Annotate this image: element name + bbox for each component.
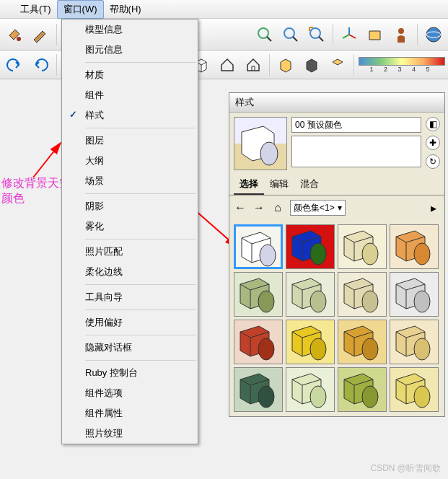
styles-panel: 样式 ◧ ✚ ↻ 选择 编辑 混合 ← → ⌂ 颜色集<1>▾ ▸ <box>229 92 445 417</box>
menu-material[interactable]: 材质 <box>62 65 198 85</box>
menu-comp-options[interactable]: 组件选项 <box>62 383 198 403</box>
window-menu-dropdown: 模型信息 图元信息 材质 组件 样式 图层 大纲 场景 阴影 雾化 照片匹配 柔… <box>61 19 198 444</box>
svg-point-27 <box>414 291 430 312</box>
style-swatch-11[interactable] <box>390 320 439 364</box>
svg-point-23 <box>310 291 326 312</box>
section-icon[interactable] <box>364 23 387 46</box>
cube-open-icon[interactable] <box>326 53 349 76</box>
menu-scene[interactable]: 场景 <box>62 171 198 191</box>
svg-point-5 <box>426 27 441 42</box>
house2-icon[interactable] <box>242 53 265 76</box>
svg-point-33 <box>362 338 378 360</box>
svg-point-15 <box>310 243 326 265</box>
svg-point-19 <box>414 243 430 265</box>
panel-title: 样式 <box>229 93 444 113</box>
svg-point-25 <box>362 291 378 312</box>
style-swatch-14[interactable] <box>338 367 387 412</box>
svg-point-37 <box>258 386 274 408</box>
svg-point-41 <box>362 386 378 408</box>
menu-help[interactable]: 帮助(H) <box>104 1 147 18</box>
tab-edit[interactable]: 编辑 <box>264 175 294 195</box>
style-name-input[interactable] <box>291 117 421 133</box>
zoom-icon[interactable] <box>279 23 302 46</box>
style-swatch-7[interactable] <box>390 272 439 317</box>
style-swatch-10[interactable] <box>338 320 387 364</box>
menu-photo-match[interactable]: 照片匹配 <box>62 242 198 262</box>
display-options-button[interactable]: ◧ <box>426 117 440 131</box>
style-swatch-1[interactable] <box>286 224 335 269</box>
gradient-scale <box>359 57 445 66</box>
redo-icon[interactable] <box>29 53 52 76</box>
svg-point-35 <box>414 338 430 360</box>
tab-select[interactable]: 选择 <box>234 175 264 195</box>
style-swatch-6[interactable] <box>338 272 387 317</box>
menu-window[interactable]: 窗口(W) <box>57 0 104 19</box>
undo-icon[interactable] <box>3 53 26 76</box>
style-swatch-grid <box>229 220 444 416</box>
menu-tools[interactable]: 工具(T) <box>14 1 57 18</box>
create-style-button[interactable]: ✚ <box>426 136 440 150</box>
tab-mix[interactable]: 混合 <box>294 175 325 195</box>
collection-combo[interactable]: 颜色集<1>▾ <box>290 200 346 216</box>
svg-point-4 <box>398 28 404 34</box>
cube-yellow-icon[interactable] <box>274 53 297 76</box>
menu-ruby[interactable]: Ruby 控制台 <box>62 363 198 383</box>
globe-icon[interactable] <box>422 23 445 46</box>
panel-tabs: 选择 编辑 混合 <box>229 175 444 195</box>
svg-point-2 <box>284 28 294 38</box>
svg-point-43 <box>414 386 430 408</box>
details-button[interactable]: ▸ <box>427 201 440 214</box>
menu-bar: 工具(T) 窗口(W) 帮助(H) <box>0 0 448 19</box>
svg-point-11 <box>260 142 278 165</box>
style-swatch-4[interactable] <box>234 272 283 317</box>
menu-shadow[interactable]: 阴影 <box>62 196 198 216</box>
svg-point-39 <box>310 386 326 408</box>
style-swatch-8[interactable] <box>234 320 283 364</box>
svg-point-29 <box>258 338 274 360</box>
style-desc-input[interactable] <box>291 136 421 167</box>
style-swatch-15[interactable] <box>390 367 439 412</box>
menu-component[interactable]: 组件 <box>62 85 198 105</box>
menu-soften[interactable]: 柔化边线 <box>62 262 198 282</box>
svg-point-3 <box>310 28 320 38</box>
menu-element-info[interactable]: 图元信息 <box>62 40 198 60</box>
menu-model-info[interactable]: 模型信息 <box>62 19 198 40</box>
nav-forward-button[interactable]: → <box>252 201 265 214</box>
style-swatch-2[interactable] <box>338 224 387 269</box>
paint-bucket-icon[interactable] <box>3 23 26 46</box>
menu-preferences[interactable]: 使用偏好 <box>62 312 198 333</box>
cube-dark-icon[interactable] <box>300 53 323 76</box>
zoom-extents-icon[interactable] <box>253 23 276 46</box>
person-icon[interactable] <box>390 23 413 46</box>
style-swatch-5[interactable] <box>286 272 335 317</box>
axes-icon[interactable] <box>338 23 361 46</box>
menu-layer[interactable]: 图层 <box>62 131 198 151</box>
gradient-ruler: 1 2 3 4 5 <box>369 66 434 73</box>
house-icon[interactable] <box>216 53 239 76</box>
annotation-text: 修改背景天空 颜色 <box>1 176 71 206</box>
menu-hide-dialog[interactable]: 隐藏对话框 <box>62 338 198 358</box>
menu-comp-attrs[interactable]: 组件属性 <box>62 403 198 423</box>
nav-back-button[interactable]: ← <box>234 201 247 214</box>
svg-point-0 <box>17 37 21 41</box>
svg-point-13 <box>260 245 276 266</box>
style-swatch-9[interactable] <box>286 320 335 364</box>
svg-line-7 <box>33 143 61 177</box>
svg-point-21 <box>258 291 274 312</box>
style-swatch-13[interactable] <box>286 367 335 412</box>
menu-fog[interactable]: 雾化 <box>62 216 198 237</box>
menu-tool-guide[interactable]: 工具向导 <box>62 287 198 307</box>
style-swatch-3[interactable] <box>390 224 439 269</box>
style-swatch-12[interactable] <box>234 367 283 412</box>
update-style-button[interactable]: ↻ <box>426 154 440 169</box>
menu-outline[interactable]: 大纲 <box>62 151 198 171</box>
style-preview <box>234 117 287 170</box>
menu-photo-texture[interactable]: 照片纹理 <box>62 423 198 444</box>
brush-icon[interactable] <box>29 23 52 46</box>
svg-point-31 <box>310 338 326 360</box>
svg-point-1 <box>258 28 268 38</box>
style-swatch-0[interactable] <box>234 224 283 269</box>
nav-home-button[interactable]: ⌂ <box>271 201 284 214</box>
zoom-window-icon[interactable] <box>305 23 328 46</box>
menu-style[interactable]: 样式 <box>62 105 198 126</box>
